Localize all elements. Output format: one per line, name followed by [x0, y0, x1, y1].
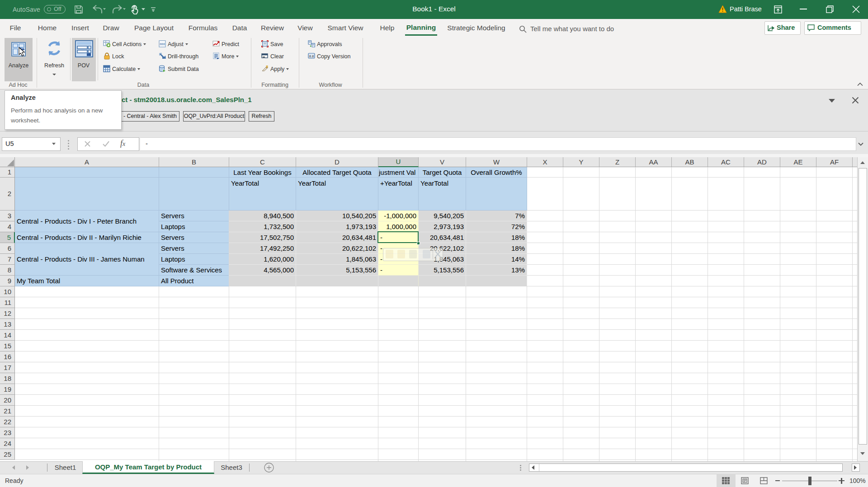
svg-text:8.8: 8.8 [309, 54, 314, 58]
svg-text:888: 888 [160, 42, 165, 46]
